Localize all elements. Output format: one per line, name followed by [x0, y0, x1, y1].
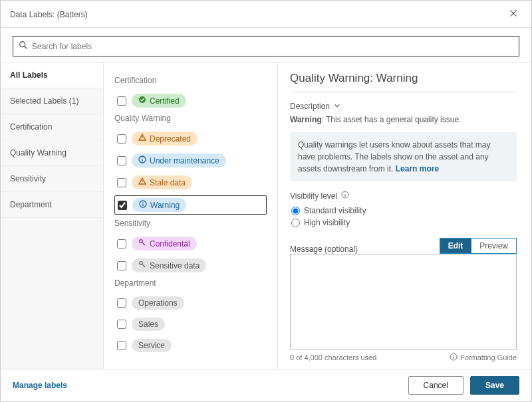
- svg-point-11: [140, 240, 143, 243]
- checkbox-maintenance[interactable]: [117, 156, 126, 165]
- chip-deprecated: Deprecated: [132, 132, 198, 146]
- chip-maintenance: Under maintenance: [132, 153, 226, 167]
- section-sensitivity: Sensitivity: [114, 219, 267, 228]
- search-wrap: [1, 28, 531, 62]
- section-certification: Certification: [114, 76, 267, 85]
- chip-sensitive: Sensitive data: [132, 258, 206, 272]
- label-row-sales[interactable]: Sales: [114, 316, 267, 333]
- chip-operations: Operations: [132, 296, 184, 310]
- learn-more-link[interactable]: Learn more: [396, 164, 439, 173]
- label-row-maintenance[interactable]: Under maintenance: [114, 151, 267, 169]
- message-label: Message (optional): [290, 245, 358, 254]
- tab-edit[interactable]: Edit: [440, 238, 471, 254]
- svg-point-17: [344, 193, 345, 193]
- message-textarea[interactable]: [290, 254, 517, 350]
- info-icon[interactable]: [341, 191, 349, 201]
- chevron-down-icon: [334, 102, 340, 111]
- manage-labels-link[interactable]: Manage labels: [13, 381, 67, 390]
- checkbox-sales[interactable]: [117, 320, 126, 329]
- checkbox-stale[interactable]: [117, 178, 126, 187]
- description-toggle[interactable]: Description: [290, 102, 517, 111]
- formatting-guide-link[interactable]: Formatting Guide: [450, 353, 517, 362]
- search-icon: [19, 41, 28, 52]
- visibility-label: Visibility level: [290, 191, 517, 201]
- label-row-confidential[interactable]: Confidental: [114, 235, 267, 252]
- key-icon: [138, 239, 146, 249]
- search-input[interactable]: [32, 42, 513, 51]
- nav-selected-labels[interactable]: Selected Labels (1): [1, 88, 103, 114]
- nav-all-labels[interactable]: All Labels: [1, 62, 103, 88]
- checkbox-certified[interactable]: [117, 96, 126, 106]
- svg-point-20: [453, 355, 454, 355]
- nav-quality-warning[interactable]: Quality Warning: [1, 140, 103, 166]
- chip-confidential: Confidental: [132, 237, 197, 251]
- radio-standard[interactable]: [291, 207, 300, 215]
- chip-stale: Stale data: [132, 175, 192, 189]
- chip-service: Service: [132, 339, 172, 352]
- nav-certification[interactable]: Certification: [1, 114, 103, 140]
- chip-label: Sensitive data: [150, 261, 200, 270]
- save-button[interactable]: Save: [470, 376, 519, 395]
- svg-point-13: [140, 262, 143, 265]
- message-footer: 0 of 4,000 characters used Formatting Gu…: [290, 353, 517, 362]
- close-icon[interactable]: [505, 7, 522, 22]
- checkbox-sensitive[interactable]: [117, 261, 126, 270]
- visibility-high[interactable]: High visibility: [291, 218, 517, 227]
- svg-line-1: [25, 47, 27, 49]
- chip-label: Under maintenance: [150, 156, 219, 165]
- label-row-deprecated[interactable]: Deprecated: [114, 130, 267, 148]
- footer-buttons: Cancel Save: [408, 376, 519, 395]
- svg-line-12: [142, 243, 145, 245]
- radio-high[interactable]: [291, 219, 300, 227]
- checkbox-confidential[interactable]: [117, 239, 126, 249]
- chip-label: Confidental: [150, 239, 190, 249]
- chip-sales: Sales: [132, 318, 165, 331]
- search-box[interactable]: [13, 36, 519, 56]
- visibility-standard[interactable]: Standard visibility: [291, 206, 517, 215]
- chip-certified: Certified: [132, 94, 186, 108]
- chip-warning: Warning: [132, 198, 186, 212]
- info-icon: [139, 200, 147, 210]
- dialog-footer: Manage labels Cancel Save: [1, 369, 531, 401]
- nav-sensitivity[interactable]: Sensitivity: [1, 166, 103, 192]
- svg-point-6: [142, 157, 143, 159]
- label-row-sensitive[interactable]: Sensitive data: [114, 256, 267, 274]
- label-row-service[interactable]: Service: [114, 337, 267, 354]
- category-nav: All Labels Selected Labels (1) Certifica…: [1, 62, 104, 369]
- checkbox-service[interactable]: [117, 341, 126, 350]
- checkbox-operations[interactable]: [117, 298, 126, 308]
- checkbox-deprecated[interactable]: [117, 134, 126, 144]
- label-row-warning[interactable]: Warning: [114, 195, 267, 215]
- chip-label: Sales: [138, 320, 158, 329]
- warn-icon: [138, 177, 146, 187]
- message-header: Message (optional) Edit Preview: [290, 238, 517, 254]
- divider: [290, 92, 517, 92]
- nav-department[interactable]: Department: [1, 192, 103, 218]
- tab-preview[interactable]: Preview: [471, 238, 517, 254]
- svg-line-14: [142, 264, 145, 267]
- detail-heading: Quality Warning: Warning: [290, 72, 517, 85]
- titlebar: Data Labels: (Batters): [1, 1, 531, 28]
- cancel-button[interactable]: Cancel: [408, 376, 464, 395]
- char-count: 0 of 4,000 characters used: [290, 353, 376, 361]
- svg-point-0: [20, 42, 25, 47]
- label-row-certified[interactable]: Certified: [114, 92, 267, 110]
- labels-list: Certification Certified Quality Warning …: [104, 62, 278, 369]
- description-body: : This asset has a general quality issue…: [322, 115, 462, 124]
- description-label: Description: [290, 102, 330, 111]
- chip-label: Warning: [150, 201, 180, 210]
- detail-panel: Quality Warning: Warning Description War…: [278, 62, 531, 369]
- chip-label: Deprecated: [150, 134, 191, 144]
- checkbox-warning[interactable]: [118, 201, 127, 210]
- label-row-stale[interactable]: Stale data: [114, 173, 267, 191]
- info-box: Quality warnings let users know about as…: [290, 132, 517, 181]
- label-row-operations[interactable]: Operations: [114, 294, 267, 312]
- warn-icon: [138, 134, 146, 144]
- info-icon: [138, 155, 146, 165]
- visibility-label-text: Visibility level: [290, 191, 337, 201]
- section-quality: Quality Warning: [114, 114, 267, 123]
- dialog-body: All Labels Selected Labels (1) Certifica…: [1, 62, 531, 369]
- description-name: Warning: [290, 115, 322, 124]
- data-labels-dialog: Data Labels: (Batters) All Labels Select…: [0, 0, 532, 402]
- chip-label: Operations: [138, 298, 178, 308]
